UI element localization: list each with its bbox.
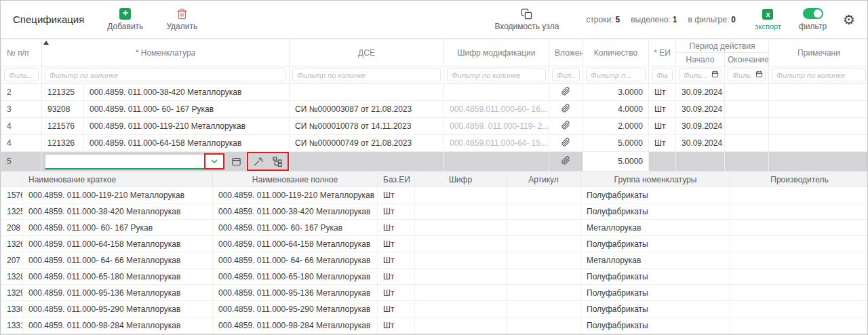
cell-article	[507, 285, 581, 301]
hierarchy-icon[interactable]	[271, 154, 284, 169]
filter-attachment-input[interactable]	[552, 68, 580, 81]
cell-num: 4	[1, 118, 42, 135]
calendar-icon[interactable]	[755, 71, 763, 80]
col-header-quantity[interactable]: Количество	[583, 39, 649, 66]
spec-row[interactable]: 2 121325 000.4859. 011.000-38-420 Металл…	[1, 84, 868, 101]
paperclip-icon[interactable]	[549, 135, 583, 152]
cell-group: Полуфабрикаты	[581, 317, 730, 334]
open-card-icon[interactable]	[230, 154, 242, 169]
filter-nomenclature-input[interactable]	[45, 68, 286, 81]
cell-base-unit: Шт	[378, 285, 415, 301]
calendar-icon[interactable]	[711, 71, 719, 80]
cell-code	[415, 301, 507, 317]
lookup-header-short-name[interactable]: Наименование краткое	[23, 172, 213, 187]
cell-manufacturer	[730, 317, 868, 334]
lookup-row[interactable]: 1329 000.4859. 011.000-95-136 Металлорук…	[1, 285, 868, 301]
filter-start-input[interactable]	[679, 69, 711, 81]
add-button[interactable]: + Добавить	[107, 7, 143, 31]
cell-name: 000.4859. 011.000-64-158 Металлорукав	[84, 135, 290, 152]
node-usage-button[interactable]: Входимость узла	[494, 7, 559, 31]
excel-icon: x	[762, 9, 773, 20]
cell-full-name: 000.4859. 011.000- 60- 167 Рукав	[213, 220, 378, 236]
lookup-row[interactable]: 1330 000.4859. 011.000-95-290 Металлорук…	[1, 301, 868, 317]
cell-group: Металлорукав	[581, 220, 730, 236]
filter-dse-input[interactable]	[292, 68, 441, 81]
col-header-mod[interactable]: Шифр модификации	[444, 39, 549, 66]
page-title: Спецификация	[13, 14, 84, 25]
filter-num-input[interactable]	[4, 68, 39, 81]
cell-unit: Шт	[649, 118, 676, 135]
col-header-unit[interactable]: * ЕИ	[649, 39, 676, 66]
delete-button[interactable]: Удалить	[166, 7, 197, 31]
paperclip-icon[interactable]	[549, 118, 583, 135]
export-button[interactable]: x экспорт	[755, 8, 781, 31]
paperclip-icon[interactable]	[549, 84, 583, 101]
spec-row[interactable]: 4 121326 000.4859. 011.000-64-158 Металл…	[1, 135, 868, 152]
cell-code	[415, 317, 507, 334]
col-header-attachment[interactable]: Вложени	[549, 39, 583, 66]
filter-quantity-input[interactable]	[586, 68, 646, 81]
col-header-start[interactable]: Начало	[676, 53, 725, 66]
col-header-note[interactable]: Примечани	[769, 39, 868, 66]
cell-code	[415, 252, 507, 269]
spec-row[interactable]: 3 93208 000.4859. 011.000- 60- 167 Рукав…	[1, 101, 868, 118]
nomenclature-input[interactable]	[45, 155, 205, 168]
cell-name: 000.4859. 011.000-38-420 Металлорукав	[84, 84, 290, 101]
nomenclature-combo[interactable]	[45, 154, 224, 170]
lookup-row[interactable]: 1328 000.4859. 011.000-65-180 Металлорук…	[1, 269, 868, 285]
filter-toggle[interactable]: фильтр	[799, 7, 827, 31]
settings-gear-icon[interactable]: ⚙	[843, 13, 855, 26]
filter-mod-input[interactable]	[447, 68, 546, 81]
cell-nomenclature-edit	[42, 152, 290, 172]
paperclip-icon[interactable]	[549, 101, 583, 118]
cell-quantity-edit[interactable]: 5.0000	[583, 152, 649, 172]
magic-wand-icon[interactable]	[252, 154, 265, 169]
edit-row[interactable]: 5	[1, 152, 868, 172]
cell-unit: Шт	[649, 101, 676, 118]
lookup-header-article[interactable]: Артикул	[507, 172, 581, 187]
cell-dse: СИ №000010078 от 14.11.2023	[290, 118, 444, 135]
cell-unit: Шт	[649, 84, 676, 101]
lookup-row[interactable]: 207 000.4859. 011.000- 64- 66 Металлорук…	[1, 252, 868, 269]
paperclip-icon[interactable]	[549, 152, 583, 172]
edit-tools-group	[248, 153, 288, 170]
filter-note-input[interactable]	[772, 68, 866, 81]
chevron-down-icon[interactable]	[205, 155, 223, 168]
lookup-header-full-name[interactable]: Наименование полное	[213, 172, 378, 187]
cell-short-name: 000.4859. 011.000-64-158 Металлорукав	[23, 236, 213, 252]
cell-id: 1329	[1, 285, 23, 301]
cell-code	[415, 285, 507, 301]
col-header-end[interactable]: Окончание	[725, 53, 769, 66]
col-header-dse[interactable]: ДСЕ	[290, 39, 444, 66]
lookup-row[interactable]: 208 000.4859. 011.000- 60- 167 Рукав 000…	[1, 220, 868, 236]
lookup-row[interactable]: 1326 000.4859. 011.000-64-158 Металлорук…	[1, 236, 868, 252]
toggle-on-icon[interactable]	[803, 8, 823, 19]
lookup-header-code[interactable]: Шифр	[415, 172, 507, 187]
cell-manufacturer	[730, 285, 868, 301]
cell-name: 000.4859. 011.000-119-210 Металлорукав	[84, 118, 290, 135]
lookup-header-base-unit[interactable]: Баз.ЕИ	[378, 172, 415, 187]
col-header-nomenclature[interactable]: * Номенклатура	[42, 39, 290, 66]
lookup-row[interactable]: 1331 000.4859. 011.000-98-284 Металлорук…	[1, 317, 868, 334]
cell-id: 1331	[1, 317, 23, 334]
spec-row[interactable]: 4 121576 000.4859. 011.000-119-210 Метал…	[1, 118, 868, 135]
plus-icon: +	[119, 8, 131, 20]
filter-unit-input[interactable]	[652, 68, 673, 81]
cell-code	[415, 236, 507, 252]
lookup-header-manufacturer[interactable]: Производитель	[730, 172, 868, 187]
quantity-value[interactable]: 5.0000	[583, 152, 648, 171]
filtered-count: в фильтре:0	[688, 15, 735, 24]
lookup-header-group[interactable]: Группа номенклатуры	[581, 172, 730, 187]
filter-end-input[interactable]	[728, 69, 755, 81]
cell-code: 121576	[42, 118, 84, 135]
cell-mod	[444, 84, 549, 101]
cell-note	[769, 152, 868, 172]
col-header-num[interactable]: № п/п	[1, 39, 42, 66]
filter-toggle-label: фильтр	[799, 22, 827, 31]
cell-dse: СИ №000000749 от 21.08.2023	[290, 135, 444, 152]
cell-full-name: 000.4859. 011.000-95-136 Металлорукав	[213, 285, 378, 301]
lookup-row[interactable]: 1576 000.4859. 011.000-119-210 Металлору…	[1, 187, 868, 203]
cell-article	[507, 203, 581, 220]
lookup-row[interactable]: 1325 000.4859. 011.000-38-420 Металлорук…	[1, 203, 868, 220]
sort-indicator-icon	[43, 41, 49, 45]
